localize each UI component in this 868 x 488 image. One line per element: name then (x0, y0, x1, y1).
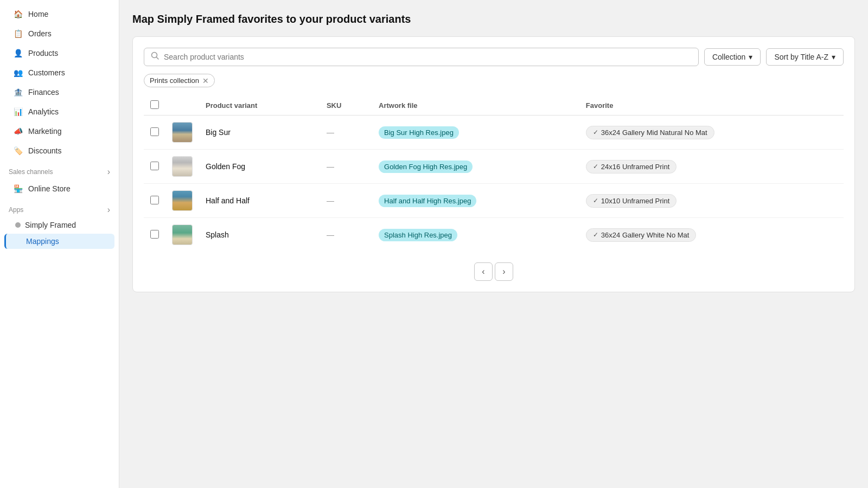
online-store-icon: 🏪 (13, 184, 23, 194)
product-thumbnail (172, 156, 193, 177)
row-favorite: ✓ 24x16 Unframed Print (579, 150, 844, 184)
row-checkbox[interactable] (150, 162, 159, 170)
marketing-icon: 📣 (13, 126, 23, 136)
sidebar-item-label: Finances (28, 88, 59, 97)
favorite-label: 10x10 Unframed Print (601, 197, 669, 205)
search-input[interactable] (164, 53, 692, 61)
row-artwork: Half and Half High Res.jpeg (372, 184, 579, 218)
select-all-header (144, 96, 165, 115)
analytics-icon: 📊 (13, 107, 23, 117)
row-artwork: Golden Fog High Res.jpeg (372, 150, 579, 184)
svg-line-1 (157, 57, 159, 60)
column-header-favorite: Favorite (579, 96, 844, 115)
filter-tags: Prints collection ✕ (144, 74, 844, 87)
sidebar-item-marketing[interactable]: 📣 Marketing (4, 122, 114, 140)
row-product-name: Splash (199, 218, 320, 252)
product-thumbnail (172, 190, 193, 211)
row-checkbox-cell (144, 115, 165, 150)
product-variants-table: Product variant SKU Artwork file Favorit… (144, 96, 844, 252)
home-icon: 🏠 (13, 9, 23, 19)
row-thumbnail-cell (165, 184, 199, 218)
row-sku: — (320, 150, 372, 184)
filter-tag-remove-button[interactable]: ✕ (202, 77, 209, 85)
checkmark-icon: ✓ (593, 197, 598, 204)
row-checkbox[interactable] (150, 196, 159, 204)
sidebar-item-label: Simply Framed (25, 221, 76, 229)
row-product-name: Big Sur (199, 115, 320, 150)
collection-dropdown-button[interactable]: Collection ▾ (704, 48, 761, 66)
row-thumbnail-cell (165, 150, 199, 184)
sales-channels-expand[interactable]: › (107, 167, 110, 177)
row-product-name: Half and Half (199, 184, 320, 218)
products-icon: 👤 (13, 48, 23, 58)
row-checkbox-cell (144, 218, 165, 252)
checkmark-icon: ✓ (593, 163, 598, 170)
sidebar-item-products[interactable]: 👤 Products (4, 44, 114, 62)
collection-label: Collection (712, 53, 745, 61)
product-thumbnail (172, 122, 193, 143)
main-card: Collection ▾ Sort by Title A-Z ▾ Prints … (132, 36, 855, 292)
sidebar-item-label: Orders (28, 29, 52, 38)
table-row: Splash — Splash High Res.jpeg ✓ 36x24 Ga… (144, 218, 844, 252)
apps-expand[interactable]: › (107, 205, 110, 215)
favorite-label: 36x24 Gallery White No Mat (601, 231, 690, 239)
row-favorite: ✓ 36x24 Gallery Mid Natural No Mat (579, 115, 844, 150)
customers-icon: 👥 (13, 68, 23, 78)
table-row: Big Sur — Big Sur High Res.jpeg ✓ 36x24 … (144, 115, 844, 150)
checkmark-icon: ✓ (593, 231, 598, 239)
row-artwork: Big Sur High Res.jpeg (372, 115, 579, 150)
simply-framed-dot-icon (15, 222, 21, 228)
row-checkbox[interactable] (150, 230, 159, 239)
sidebar-item-label: Customers (28, 68, 65, 77)
sort-dropdown-button[interactable]: Sort by Title A-Z ▾ (766, 48, 844, 66)
sidebar-item-label: Discounts (28, 146, 61, 155)
search-wrapper (144, 48, 699, 66)
product-thumbnail (172, 224, 193, 245)
filter-tag-prints-collection: Prints collection ✕ (144, 74, 215, 87)
favorite-label: 36x24 Gallery Mid Natural No Mat (601, 129, 707, 137)
sidebar-item-online-store[interactable]: 🏪 Online Store (4, 179, 114, 198)
sidebar-item-orders[interactable]: 📋 Orders (4, 24, 114, 43)
sidebar-item-label: Online Store (28, 184, 71, 193)
row-checkbox-cell (144, 150, 165, 184)
page-title: Map Simply Framed favorites to your prod… (132, 13, 855, 25)
row-sku: — (320, 218, 372, 252)
sort-label: Sort by Title A-Z (774, 53, 828, 61)
apps-section: Apps › (0, 198, 119, 217)
sidebar-item-home[interactable]: 🏠 Home (4, 5, 114, 23)
table-row: Golden Fog — Golden Fog High Res.jpeg ✓ … (144, 150, 844, 184)
row-sku: — (320, 115, 372, 150)
row-artwork: Splash High Res.jpeg (372, 218, 579, 252)
row-product-name: Golden Fog (199, 150, 320, 184)
prev-page-button[interactable]: ‹ (474, 262, 493, 281)
column-header-product-variant: Product variant (199, 96, 320, 115)
sidebar-item-label: Marketing (28, 127, 61, 136)
orders-icon: 📋 (13, 29, 23, 38)
favorite-label: 24x16 Unframed Print (601, 163, 669, 171)
chevron-down-icon: ▾ (832, 53, 835, 61)
filter-tag-label: Prints collection (150, 76, 199, 85)
sidebar-item-mappings[interactable]: Mappings (4, 234, 114, 249)
row-favorite: ✓ 10x10 Unframed Print (579, 184, 844, 218)
sidebar-item-label: Products (28, 49, 58, 57)
row-checkbox-cell (144, 184, 165, 218)
row-thumbnail-cell (165, 115, 199, 150)
sidebar-item-customers[interactable]: 👥 Customers (4, 63, 114, 82)
sidebar-item-label: Home (28, 10, 48, 18)
sidebar-item-label: Mappings (26, 237, 59, 246)
sidebar-item-simply-framed[interactable]: Simply Framed (4, 217, 114, 233)
sidebar-item-analytics[interactable]: 📊 Analytics (4, 102, 114, 121)
sidebar-item-discounts[interactable]: 🏷️ Discounts (4, 142, 114, 160)
discounts-icon: 🏷️ (13, 146, 23, 156)
sidebar-item-finances[interactable]: 🏦 Finances (4, 83, 114, 101)
toolbar: Collection ▾ Sort by Title A-Z ▾ (144, 48, 844, 66)
chevron-down-icon: ▾ (749, 53, 752, 61)
row-thumbnail-cell (165, 218, 199, 252)
row-checkbox[interactable] (150, 127, 159, 136)
pagination: ‹ › (144, 262, 844, 281)
select-all-checkbox[interactable] (150, 100, 159, 109)
checkmark-icon: ✓ (593, 129, 598, 136)
next-page-button[interactable]: › (495, 262, 513, 281)
column-header-image (165, 96, 199, 115)
row-sku: — (320, 184, 372, 218)
